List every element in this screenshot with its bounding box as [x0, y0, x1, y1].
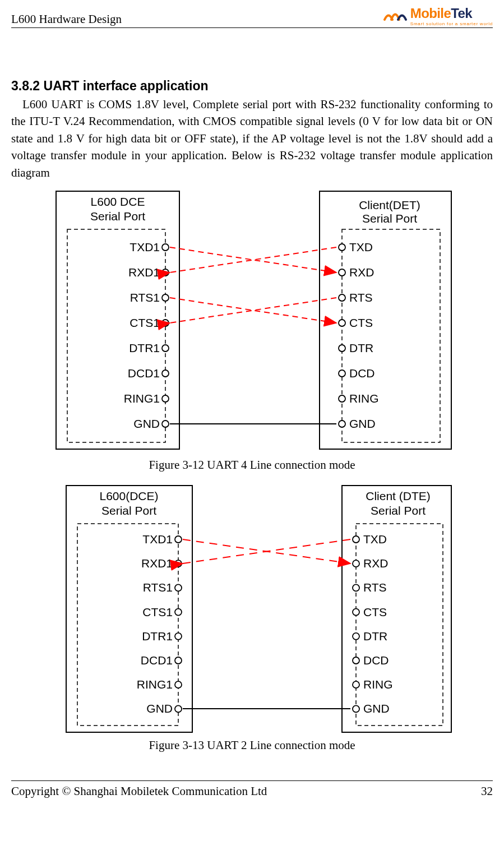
d2-left-pin-label: RTS1 — [142, 581, 172, 594]
footer-page-number: 32 — [481, 784, 493, 798]
d1-left-pin-label: TXD1 — [130, 241, 160, 253]
d1-right-pin-label: RING — [349, 392, 379, 405]
header-title: L600 Hardware Design — [11, 12, 122, 26]
logo-word-1: Mobile — [410, 6, 451, 21]
mobiletek-logo: MobileTek Smart solution for a smarter w… — [383, 6, 493, 26]
d2-left-pin-label: TXD1 — [142, 533, 173, 546]
figure-2: L600(DCE) Serial Port Client (DTE) Seria… — [11, 480, 493, 735]
d1-left-pin-label: GND — [133, 417, 160, 430]
d1-right-title1: Client(DET) — [359, 198, 420, 211]
d2-right-pin-circle — [353, 585, 359, 592]
d1-left-title1: L600 DCE — [90, 195, 145, 208]
d1-right-pin-circle — [339, 345, 345, 352]
figure-2-caption: Figure 3-13 UART 2 Line connection mode — [11, 738, 493, 752]
d2-left-pin-label: RXD1 — [141, 557, 172, 570]
d2-left-pin-circle — [175, 585, 182, 592]
d2-right-pin-circle — [353, 681, 359, 688]
svg-rect-12 — [356, 524, 443, 726]
svg-rect-10 — [342, 486, 451, 732]
d2-right-pin-label: RXD — [363, 557, 388, 570]
d2-left-pin-circle — [175, 560, 182, 567]
d2-left-pin-circle — [175, 536, 182, 543]
logo-tagline: Smart solution for a smarter world — [410, 21, 493, 26]
section-paragraph: L600 UART is COMS 1.8V level, Complete s… — [11, 96, 493, 181]
d2-right-pin-circle — [353, 657, 359, 664]
d2-right-pin-circle — [353, 609, 359, 616]
footer-copyright: Copyright © Shanghai Mobiletek Communica… — [11, 784, 267, 798]
logo-word-2: Tek — [451, 6, 472, 21]
svg-rect-9 — [66, 486, 192, 732]
d2-left-pin-label: CTS1 — [142, 606, 173, 618]
d1-right-pin-circle — [339, 395, 345, 402]
d2-left-pin-circle — [175, 706, 182, 713]
logo-waves-icon — [383, 7, 408, 26]
d1-left-title2: Serial Port — [90, 210, 145, 223]
d2-right-pin-circle — [353, 633, 359, 640]
d1-left-pin-label: DTR1 — [129, 341, 160, 354]
d1-left-pin-circle — [162, 320, 169, 326]
d2-left-pin-label: RING1 — [136, 678, 172, 691]
d1-left-pin-label: RING1 — [123, 392, 159, 405]
logo-text: MobileTek Smart solution for a smarter w… — [410, 6, 493, 26]
d1-left-pin-label: RTS1 — [130, 291, 159, 304]
d2-right-pin-circle — [353, 560, 359, 567]
page-footer: Copyright © Shanghai Mobiletek Communica… — [11, 780, 493, 798]
d2-left-title1: L600(DCE) — [99, 489, 158, 502]
d1-right-pin-label: GND — [349, 417, 376, 430]
d2-right-pin-label: RTS — [363, 581, 387, 594]
svg-rect-3 — [342, 229, 440, 442]
d2-right-pin-label: TXD — [363, 533, 387, 546]
page-header: L600 Hardware Design MobileTek Smart sol… — [11, 6, 493, 28]
d2-left-pin-circle — [175, 681, 182, 688]
d1-right-pin-label: DTR — [349, 341, 373, 354]
svg-rect-2 — [67, 229, 165, 442]
d2-right-title1: Client (DTE) — [366, 489, 431, 502]
d1-right-pin-label: TXD — [349, 241, 373, 253]
d1-left-pin-circle — [162, 421, 169, 427]
d1-left-pin-label: DCD1 — [127, 367, 159, 380]
d2-right-pin-label: RING — [363, 678, 393, 691]
d2-left-pin-circle — [175, 633, 182, 640]
d2-left-pin-circle — [175, 609, 182, 616]
d1-left-pin-circle — [162, 244, 169, 251]
d1-right-pin-circle — [339, 269, 345, 276]
d1-left-pin-circle — [162, 395, 169, 402]
d2-left-pin-circle — [175, 657, 182, 664]
d2-left-pin-label: GND — [146, 703, 173, 715]
figure-1: L600 DCE Serial Port Client(DET) Serial … — [11, 186, 493, 455]
svg-rect-11 — [77, 524, 178, 726]
d1-left-pin-label: RXD1 — [128, 266, 159, 279]
d1-left-pin-circle — [162, 345, 169, 352]
d2-right-pin-circle — [353, 536, 359, 543]
d1-right-pin-circle — [339, 370, 345, 377]
d1-left-pin-circle — [162, 269, 169, 276]
d2-left-pin-label: DTR1 — [142, 630, 173, 643]
d2-right-pin-label: CTS — [363, 606, 387, 618]
svg-line-15 — [183, 539, 350, 563]
svg-rect-0 — [56, 191, 179, 449]
d1-right-pin-circle — [339, 421, 345, 427]
d2-left-title2: Serial Port — [101, 504, 156, 517]
d1-right-pin-label: CTS — [349, 316, 373, 329]
d1-right-pin-circle — [339, 320, 345, 326]
d2-right-title2: Serial Port — [370, 504, 425, 517]
d2-right-pin-circle — [353, 706, 359, 713]
d1-right-pin-label: DCD — [349, 367, 375, 380]
d2-right-pin-label: DTR — [363, 630, 387, 643]
section-heading: 3.8.2 UART interface application — [11, 78, 493, 94]
d1-right-title2: Serial Port — [362, 212, 417, 225]
d1-right-pin-label: RXD — [349, 266, 374, 279]
figure-1-caption: Figure 3-12 UART 4 Line connection mode — [11, 458, 493, 472]
d1-left-pin-circle — [162, 294, 169, 301]
d1-right-pin-circle — [339, 244, 345, 251]
d2-right-pin-label: DCD — [363, 654, 389, 667]
d1-left-pin-circle — [162, 370, 169, 377]
d2-right-pin-label: GND — [363, 703, 390, 715]
d1-right-pin-label: RTS — [349, 291, 373, 304]
d1-left-pin-label: CTS1 — [130, 316, 160, 329]
d1-right-pin-circle — [339, 294, 345, 301]
d2-left-pin-label: DCD1 — [140, 654, 172, 667]
